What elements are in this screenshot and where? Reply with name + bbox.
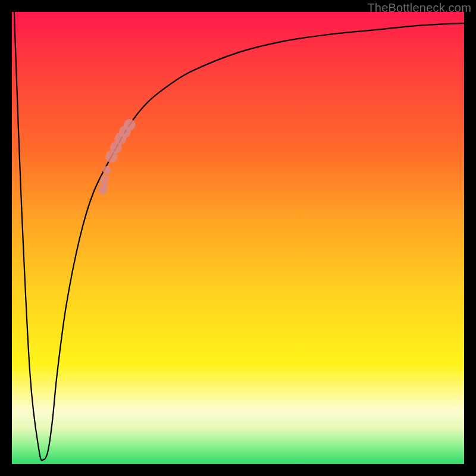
highlight-markers bbox=[99, 119, 136, 195]
highlight-marker bbox=[124, 119, 136, 131]
watermark-text: TheBottleneck.com bbox=[367, 1, 471, 15]
highlight-marker bbox=[103, 166, 111, 174]
highlight-marker bbox=[99, 186, 107, 195]
plot-area bbox=[12, 12, 464, 464]
chart-frame: TheBottleneck.com bbox=[0, 0, 476, 476]
bottleneck-curve bbox=[14, 12, 464, 461]
curve-layer bbox=[12, 12, 464, 464]
